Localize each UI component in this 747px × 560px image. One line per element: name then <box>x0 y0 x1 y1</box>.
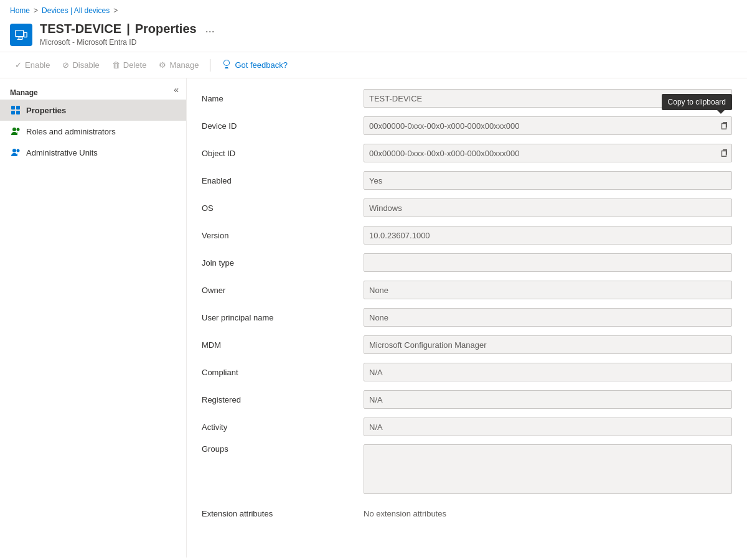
field-row-mdm: MDM <box>202 335 732 355</box>
registered-input <box>364 390 732 409</box>
field-row-version: Version <box>202 225 732 245</box>
enabled-input <box>364 171 732 190</box>
field-label-object-id: Object ID <box>202 149 364 158</box>
field-row-groups: Groups <box>202 444 732 496</box>
field-row-compliant: Compliant <box>202 362 732 382</box>
svg-point-9 <box>12 128 16 131</box>
roles-icon <box>10 126 21 137</box>
field-row-object-id: Object ID <box>202 143 732 163</box>
field-row-activity: Activity <box>202 417 732 437</box>
svg-rect-6 <box>11 111 15 114</box>
device-icon <box>10 24 32 46</box>
svg-rect-8 <box>16 111 20 114</box>
disable-label: Disable <box>72 60 99 70</box>
version-input <box>364 226 732 245</box>
title-sep: | <box>126 22 130 36</box>
sidebar: « Manage Properties <box>0 78 187 558</box>
mdm-input <box>364 335 732 354</box>
field-value-groups <box>364 444 732 496</box>
object-id-input <box>364 144 732 162</box>
admin-units-icon <box>10 147 21 158</box>
feedback-icon <box>222 59 232 71</box>
owner-input <box>364 281 732 299</box>
page-header-text: TEST-DEVICE | Properties ... Microsoft -… <box>40 21 737 47</box>
delete-label: Delete <box>123 60 147 70</box>
field-row-name: Name <box>202 88 732 108</box>
svg-point-12 <box>17 149 20 152</box>
field-row-extension-attrs: Extension attributes No extension attrib… <box>202 503 732 523</box>
content-area: Name Device ID Copy to clipboard Object … <box>187 78 747 558</box>
os-input <box>364 198 732 217</box>
sidebar-item-roles[interactable]: Roles and administrators <box>0 121 186 142</box>
enable-button[interactable]: ✓ Enable <box>10 57 55 73</box>
field-row-device-id: Device ID Copy to clipboard <box>202 116 732 136</box>
field-value-activity <box>364 418 732 436</box>
svg-point-11 <box>12 149 16 152</box>
field-value-mdm <box>364 335 732 354</box>
field-label-mdm: MDM <box>202 340 364 350</box>
breadcrumb-home[interactable]: Home <box>10 6 30 15</box>
groups-textarea <box>364 444 732 494</box>
field-label-extension-attrs: Extension attributes <box>202 509 364 518</box>
copy-tooltip: Copy to clipboard <box>662 94 732 110</box>
feedback-button[interactable]: Got feedback? <box>217 56 293 74</box>
field-value-join-type <box>364 253 732 272</box>
field-value-owner <box>364 281 732 299</box>
field-value-upn <box>364 308 732 327</box>
sidebar-item-properties[interactable]: Properties <box>0 100 186 121</box>
activity-input <box>364 418 732 436</box>
field-row-os: OS <box>202 198 732 218</box>
field-label-compliant: Compliant <box>202 368 364 377</box>
join-type-input <box>364 253 732 272</box>
disable-icon: ⊘ <box>62 60 69 70</box>
more-button[interactable]: ... <box>202 21 218 37</box>
svg-rect-3 <box>24 32 27 37</box>
field-value-registered <box>364 390 732 409</box>
delete-icon: 🗑 <box>112 60 120 70</box>
feedback-label: Got feedback? <box>235 60 288 70</box>
page-subtitle: Microsoft - Microsoft Entra ID <box>40 38 737 47</box>
manage-button[interactable]: ⚙ Manage <box>154 57 204 73</box>
toolbar-separator <box>210 59 210 72</box>
field-label-groups: Groups <box>202 444 364 454</box>
svg-rect-0 <box>16 30 24 37</box>
object-id-copy-button[interactable] <box>718 147 730 159</box>
manage-label: Manage <box>169 60 199 70</box>
enable-icon: ✓ <box>15 60 22 70</box>
field-row-owner: Owner <box>202 280 732 300</box>
device-name-title: TEST-DEVICE <box>40 22 121 36</box>
device-id-copy-button[interactable] <box>718 120 730 131</box>
field-label-registered: Registered <box>202 395 364 404</box>
enable-label: Enable <box>25 60 50 70</box>
field-label-version: Version <box>202 231 364 240</box>
manage-section-label: Manage <box>0 83 186 100</box>
field-value-compliant <box>364 363 732 381</box>
field-label-activity: Activity <box>202 422 364 432</box>
breadcrumb: Home > Devices | All devices > <box>0 0 747 19</box>
sidebar-item-admin-units-label: Administrative Units <box>26 148 98 157</box>
sidebar-collapse-button[interactable]: « <box>171 83 181 96</box>
extension-attrs-text: No extension attributes <box>364 509 446 518</box>
main-layout: « Manage Properties <box>0 78 747 558</box>
breadcrumb-sep2: > <box>113 6 118 15</box>
page-name-title: Properties <box>135 22 197 36</box>
compliant-input <box>364 363 732 381</box>
sidebar-item-properties-label: Properties <box>26 106 66 115</box>
field-label-name: Name <box>202 94 364 103</box>
field-value-object-id <box>364 144 732 162</box>
toolbar: ✓ Enable ⊘ Disable 🗑 Delete ⚙ Manage Got… <box>0 52 747 78</box>
page-title: TEST-DEVICE | Properties ... <box>40 21 737 37</box>
field-row-upn: User principal name <box>202 307 732 327</box>
delete-button[interactable]: 🗑 Delete <box>107 57 152 73</box>
field-label-enabled: Enabled <box>202 176 364 185</box>
field-value-os <box>364 198 732 217</box>
svg-rect-5 <box>11 106 15 110</box>
svg-rect-7 <box>16 106 20 110</box>
device-id-input <box>364 116 732 135</box>
breadcrumb-devices[interactable]: Devices | All devices <box>42 6 110 15</box>
disable-button[interactable]: ⊘ Disable <box>57 57 104 73</box>
field-row-enabled: Enabled <box>202 170 732 190</box>
sidebar-item-roles-label: Roles and administrators <box>26 127 116 136</box>
field-label-os: OS <box>202 203 364 213</box>
sidebar-item-admin-units[interactable]: Administrative Units <box>0 142 186 163</box>
